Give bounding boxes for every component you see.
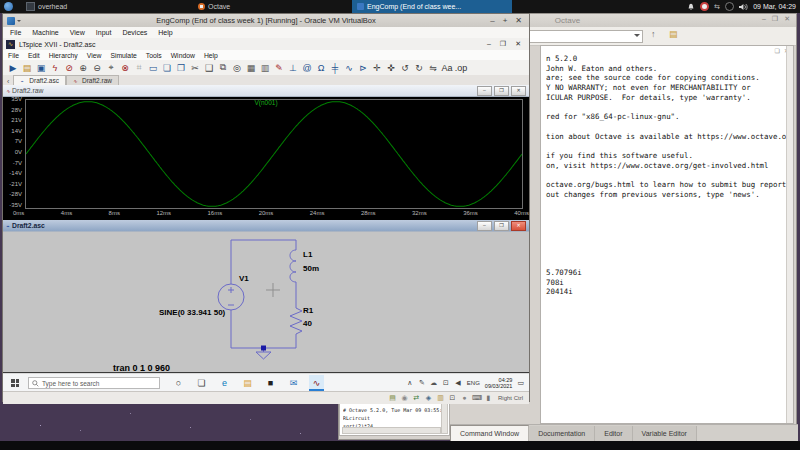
source-value-label[interactable]: SINE(0 33.941 50): [159, 308, 225, 317]
move-icon[interactable]: ✛: [370, 63, 384, 73]
tile-horizontal-icon[interactable]: ▭: [146, 63, 160, 73]
resistor-name-label[interactable]: R1: [303, 306, 313, 315]
tile-vertical-icon[interactable]: ❏: [160, 63, 174, 73]
inductor-name-label[interactable]: L1: [303, 250, 312, 259]
virtualbox-menu-item[interactable]: Input: [96, 29, 112, 36]
waveform-plot[interactable]: V(n001) 35V28V21V14V7V0V-7V-14V-21V-28V-…: [3, 97, 529, 221]
taskbar-item-engcomp[interactable]: EngComp (End of class wee...: [352, 0, 512, 13]
ground-icon[interactable]: ⊥: [286, 63, 300, 73]
print-icon[interactable]: ▦: [244, 63, 258, 73]
zoom-out-icon[interactable]: ⊖: [90, 63, 104, 73]
tab-draft2-raw[interactable]: ∿Draft2.raw: [66, 75, 119, 85]
task-view-icon[interactable]: ❏: [194, 375, 209, 391]
undo-icon[interactable]: ↺: [398, 63, 412, 73]
virtualbox-menu-item[interactable]: Help: [158, 29, 172, 36]
cascade-windows-icon[interactable]: ❐: [174, 63, 188, 73]
schematic-window-titlebar[interactable]: ⌁ Draft2.asc –❐✕: [3, 220, 529, 232]
volume-icon[interactable]: ◀: [454, 379, 462, 387]
ltspice-menu-item[interactable]: Tools: [146, 52, 162, 59]
up-directory-icon[interactable]: ↑: [651, 29, 656, 39]
taskbar-item-octave[interactable]: Octave: [193, 0, 235, 13]
console-scrollbar[interactable]: [786, 46, 793, 423]
spice-directive-text[interactable]: tran 0 1 0 960: [113, 363, 170, 372]
virtualbox-window-button[interactable]: ✕: [515, 16, 522, 25]
notification-center-icon[interactable]: ▭: [517, 379, 524, 387]
source-name-label[interactable]: V1: [239, 274, 249, 283]
paste-icon[interactable]: ⧉: [216, 62, 230, 73]
resistor-icon[interactable]: Ω: [314, 63, 328, 73]
recorder-icon[interactable]: [725, 2, 734, 11]
save-icon[interactable]: ▣: [34, 63, 48, 73]
tab-scroll-left-icon[interactable]: ‹: [3, 78, 13, 85]
zoom-area-icon[interactable]: ⌖: [104, 62, 118, 73]
applications-menu-icon[interactable]: [4, 2, 13, 11]
browse-directory-icon[interactable]: ▤: [669, 29, 678, 39]
taskbar-item-overhead[interactable]: overhead: [21, 0, 72, 13]
onedrive-icon[interactable]: ☁: [430, 379, 438, 387]
copy-icon[interactable]: ❑: [202, 63, 216, 73]
ltspice-menu-item[interactable]: Help: [204, 52, 218, 59]
zoom-in-icon[interactable]: ⊕: [76, 63, 90, 73]
octave-window-button[interactable]: –: [762, 15, 766, 23]
print-preview-icon[interactable]: ▥: [258, 63, 272, 73]
resistor-value-label[interactable]: 40: [303, 319, 312, 328]
tab-variable-editor[interactable]: Variable Editor: [633, 426, 697, 441]
mail-icon[interactable]: ✉: [286, 375, 301, 391]
net-label-icon[interactable]: @: [300, 63, 314, 73]
tab-draft2-asc[interactable]: ⌁Draft2.asc: [13, 75, 66, 85]
plot-area[interactable]: [25, 99, 523, 209]
virtualbox-titlebar[interactable]: EngComp (End of class week 1) [Running] …: [3, 14, 529, 27]
grid-icon[interactable]: ⌗: [132, 62, 146, 73]
inductor-icon[interactable]: ∿: [342, 63, 356, 73]
open-icon[interactable]: ▤: [20, 63, 34, 73]
virtualbox-window-button[interactable]: +: [503, 16, 508, 25]
zoom-full-icon[interactable]: ⊗: [118, 63, 132, 73]
diode-icon[interactable]: ⊳: [356, 63, 370, 73]
notifications-bell-icon[interactable]: [687, 3, 695, 11]
redo-icon[interactable]: ↻: [412, 63, 426, 73]
octave-window-button[interactable]: ❐: [772, 15, 778, 23]
ltspice-menu-item[interactable]: File: [8, 52, 19, 59]
drag-icon[interactable]: ✜: [384, 63, 398, 73]
waveform-window-button[interactable]: ❐: [494, 86, 509, 96]
file-explorer-icon[interactable]: ▤: [240, 375, 255, 391]
ltspice-menu-item[interactable]: Window: [171, 52, 195, 59]
waveform-window-titlebar[interactable]: ∿ Draft2.raw –❐✕: [3, 85, 529, 97]
ltspice-taskbar-icon[interactable]: ∿: [309, 375, 324, 391]
ltspice-window-button[interactable]: ❐: [500, 40, 506, 48]
display-tray-icon[interactable]: ⊡: [442, 379, 450, 387]
window-menu-caret-icon[interactable]: [17, 20, 21, 24]
octave-command-window[interactable]: ❏✕ n 5.2.0 John W. Eaton and others. are…: [540, 45, 794, 424]
inductor-value-label[interactable]: 50m: [303, 264, 319, 273]
new-schematic-icon[interactable]: ▶: [6, 63, 20, 73]
edge-icon[interactable]: e: [217, 375, 232, 391]
find-icon[interactable]: ◎: [230, 63, 244, 73]
cut-icon[interactable]: ✂: [188, 63, 202, 73]
virtualbox-menu-item[interactable]: Machine: [32, 29, 58, 36]
tab-documentation[interactable]: Documentation: [529, 426, 595, 441]
ltspice-menu-item[interactable]: Simulate: [110, 52, 136, 59]
halt-icon[interactable]: ⊘: [62, 63, 76, 73]
waveform-window-button[interactable]: ✕: [511, 86, 526, 96]
network-arrows-icon[interactable]: ⇆: [714, 3, 720, 11]
ltspice-window-button[interactable]: ✕: [515, 40, 521, 48]
octave-window-button[interactable]: ✕: [784, 15, 790, 23]
pane-dock-button[interactable]: ❏: [775, 47, 780, 54]
ltspice-menu-item[interactable]: View: [87, 52, 102, 59]
tab-command-window[interactable]: Command Window: [450, 425, 529, 441]
security-app-icon[interactable]: ■: [263, 375, 278, 391]
virtualbox-menu-item[interactable]: File: [10, 29, 21, 36]
waveform-window-button[interactable]: –: [477, 86, 492, 96]
taskbar-search[interactable]: Type here to search: [28, 377, 160, 389]
ltspice-menu-item[interactable]: Hierarchy: [49, 52, 78, 59]
tab-editor[interactable]: Editor: [595, 426, 632, 441]
text-icon[interactable]: Aa: [440, 63, 454, 73]
virtualbox-menu-item[interactable]: View: [70, 29, 85, 36]
ltspice-window-button[interactable]: –: [487, 40, 491, 48]
virtualbox-window-button[interactable]: –: [490, 16, 494, 25]
panel-clock[interactable]: 09 Mar, 04:29: [753, 3, 796, 10]
tray-expand-icon[interactable]: ∧: [406, 379, 414, 387]
run-icon[interactable]: ϟ: [48, 63, 62, 73]
cortana-icon[interactable]: ○: [171, 375, 186, 391]
mirror-icon[interactable]: ⇋: [426, 63, 440, 73]
